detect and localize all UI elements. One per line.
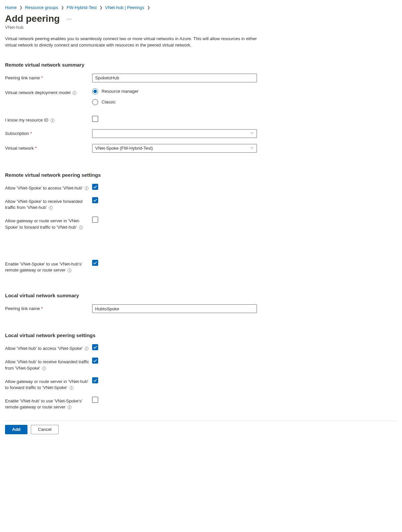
radio-unselected-icon bbox=[92, 99, 98, 105]
more-actions-icon[interactable]: ⋯ bbox=[66, 16, 72, 22]
remote-allow-forwarded-label: Allow 'VNet-Spoke' to receive forwarded … bbox=[5, 197, 92, 211]
breadcrumb-resource-groups[interactable]: Resource groups bbox=[25, 5, 58, 10]
svg-point-10 bbox=[51, 207, 51, 207]
remote-peering-link-name-input[interactable] bbox=[92, 74, 257, 82]
add-button[interactable]: Add bbox=[5, 425, 27, 434]
subscription-label: Subscription * bbox=[5, 129, 92, 137]
breadcrumb-vnet-hub-peerings[interactable]: VNet-hub | Peerings bbox=[105, 5, 144, 10]
info-icon[interactable] bbox=[72, 91, 77, 95]
svg-point-25 bbox=[71, 387, 72, 387]
info-icon[interactable] bbox=[79, 225, 83, 230]
local-settings-heading: Local virtual network peering settings bbox=[5, 332, 397, 338]
local-allow-forwarded-label: Allow 'VNet-hub' to receive forwarded tr… bbox=[5, 358, 92, 371]
chevron-right-icon: ❯ bbox=[99, 5, 103, 10]
remote-peering-link-name-label: Peering link name * bbox=[5, 74, 92, 81]
chevron-down-icon bbox=[250, 131, 254, 136]
remote-allow-gateway-checkbox[interactable] bbox=[92, 217, 98, 223]
breadcrumb: Home ❯ Resource groups ❯ FW-Hybrid-Test … bbox=[5, 5, 397, 10]
page-description: Virtual network peering enables you to s… bbox=[5, 36, 260, 49]
footer: Add Cancel bbox=[5, 421, 397, 438]
know-resource-id-label: I know my resource ID bbox=[5, 116, 92, 123]
info-icon[interactable] bbox=[42, 366, 46, 371]
radio-selected-icon bbox=[92, 88, 98, 94]
virtual-network-dropdown[interactable]: VNet-Spoke (FW-Hybrid-Test) bbox=[92, 144, 257, 153]
svg-point-7 bbox=[86, 187, 87, 188]
svg-point-28 bbox=[69, 406, 70, 407]
breadcrumb-home[interactable]: Home bbox=[5, 5, 17, 10]
svg-point-19 bbox=[86, 348, 87, 348]
remote-allow-gateway-label: Allow gateway or route server in 'VNet-S… bbox=[5, 217, 92, 230]
breadcrumb-fw-hybrid-test[interactable]: FW-Hybrid-Test bbox=[67, 5, 97, 10]
deployment-model-resource-manager[interactable]: Resource manager bbox=[92, 88, 257, 94]
local-allow-access-label: Allow 'VNet-hub' to access 'VNet-Spoke' bbox=[5, 344, 92, 352]
info-icon[interactable] bbox=[50, 118, 55, 123]
chevron-right-icon: ❯ bbox=[19, 5, 22, 10]
info-icon[interactable] bbox=[49, 206, 53, 210]
subscription-dropdown[interactable] bbox=[92, 129, 257, 138]
info-icon[interactable] bbox=[69, 386, 74, 390]
remote-allow-forwarded-checkbox[interactable] bbox=[92, 197, 98, 203]
local-summary-heading: Local virtual network summary bbox=[5, 293, 397, 298]
remote-allow-access-checkbox[interactable] bbox=[92, 184, 98, 190]
svg-point-1 bbox=[74, 92, 75, 92]
page-subtitle: VNet-hub bbox=[5, 25, 397, 30]
local-allow-gateway-label: Allow gateway or route server in 'VNet-h… bbox=[5, 377, 92, 391]
deployment-model-classic[interactable]: Classic bbox=[92, 99, 257, 105]
local-allow-gateway-checkbox[interactable] bbox=[92, 377, 98, 383]
info-icon[interactable] bbox=[67, 405, 72, 409]
remote-use-remote-gateway-checkbox[interactable] bbox=[92, 260, 98, 266]
info-icon[interactable] bbox=[84, 347, 89, 351]
local-peering-link-name-input[interactable] bbox=[92, 304, 257, 313]
local-allow-forwarded-checkbox[interactable] bbox=[92, 358, 98, 364]
local-use-remote-gateway-label: Enable 'VNet-hub' to use 'VNet-Spoke's' … bbox=[5, 397, 92, 410]
know-resource-id-checkbox[interactable] bbox=[92, 116, 98, 122]
deployment-model-label: Virtual network deployment model bbox=[5, 88, 92, 96]
local-peering-link-name-label: Peering link name * bbox=[5, 304, 92, 312]
chevron-right-icon: ❯ bbox=[61, 5, 64, 10]
chevron-right-icon: ❯ bbox=[147, 5, 150, 10]
page-title: Add peering bbox=[5, 13, 60, 24]
local-allow-access-checkbox[interactable] bbox=[92, 344, 98, 350]
svg-point-22 bbox=[44, 367, 44, 368]
local-use-remote-gateway-checkbox[interactable] bbox=[92, 397, 98, 403]
remote-summary-heading: Remote virtual network summary bbox=[5, 62, 397, 68]
remote-allow-access-label: Allow 'VNet-Spoke' to access 'VNet-hub' bbox=[5, 184, 92, 191]
chevron-down-icon bbox=[250, 146, 254, 151]
remote-settings-heading: Remote virtual network peering settings bbox=[5, 172, 397, 178]
svg-point-4 bbox=[52, 119, 53, 120]
info-icon[interactable] bbox=[67, 268, 72, 273]
svg-point-16 bbox=[69, 270, 70, 270]
virtual-network-label: Virtual network * bbox=[5, 144, 92, 151]
cancel-button[interactable]: Cancel bbox=[31, 425, 58, 434]
info-icon[interactable] bbox=[84, 186, 89, 191]
remote-use-remote-gateway-label: Enable 'VNet-Spoke' to use 'VNet-hub's' … bbox=[5, 260, 92, 273]
svg-point-13 bbox=[81, 226, 81, 227]
